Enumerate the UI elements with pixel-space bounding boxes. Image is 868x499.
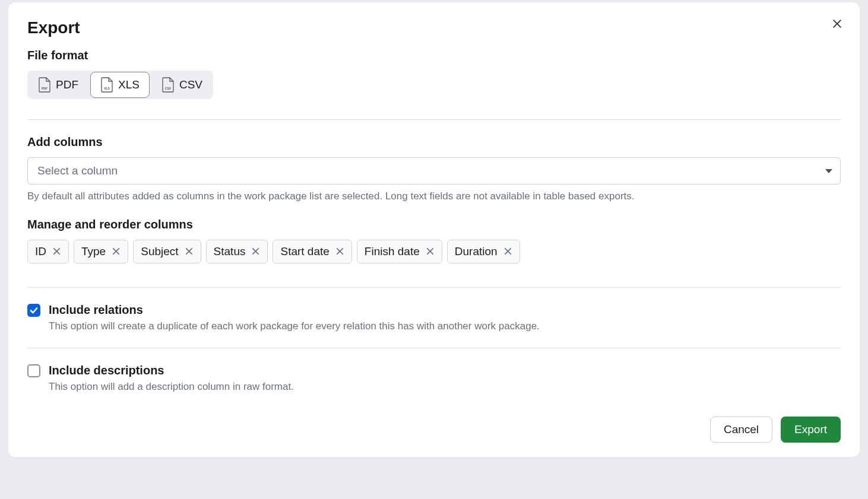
file-icon: PDF bbox=[38, 77, 51, 93]
divider bbox=[27, 119, 841, 120]
column-chip[interactable]: Status bbox=[206, 240, 268, 263]
file-format-section: File format PDF PDF XLS XLS CSV CSV bbox=[27, 49, 841, 119]
checkbox-include_relations[interactable] bbox=[27, 304, 40, 317]
option-text: Include relations This option will creat… bbox=[49, 303, 540, 332]
chip-label: Start date bbox=[280, 245, 329, 258]
format-label: CSV bbox=[179, 78, 202, 91]
chip-label: Duration bbox=[455, 245, 498, 258]
option-title: Include relations bbox=[49, 303, 540, 317]
checkbox-include_descriptions[interactable] bbox=[27, 364, 40, 377]
chip-label: Finish date bbox=[365, 245, 420, 258]
add-columns-help: By default all attributes added as colum… bbox=[27, 190, 841, 202]
column-chip[interactable]: ID bbox=[27, 240, 69, 263]
chip-label: Subject bbox=[141, 245, 178, 258]
column-chips: ID Type Subject Status Start date Finish… bbox=[27, 240, 841, 263]
file-format-segmented: PDF PDF XLS XLS CSV CSV bbox=[27, 71, 213, 99]
format-label: PDF bbox=[56, 78, 78, 91]
column-chip[interactable]: Type bbox=[74, 240, 128, 263]
chip-label: ID bbox=[35, 245, 46, 258]
option-title: Include descriptions bbox=[49, 364, 294, 377]
svg-text:CSV: CSV bbox=[165, 86, 172, 90]
modal-footer: Cancel Export bbox=[27, 417, 841, 443]
format-option-pdf[interactable]: PDF PDF bbox=[27, 71, 89, 99]
file-icon: CSV bbox=[161, 77, 175, 93]
format-option-csv[interactable]: CSV CSV bbox=[151, 71, 213, 99]
close-icon bbox=[831, 18, 843, 30]
option-text: Include descriptions This option will ad… bbox=[49, 364, 294, 393]
column-chip[interactable]: Duration bbox=[447, 240, 520, 263]
option-desc: This option will add a description colum… bbox=[49, 381, 294, 393]
column-select[interactable] bbox=[27, 157, 841, 185]
file-format-label: File format bbox=[27, 49, 841, 62]
svg-text:PDF: PDF bbox=[42, 86, 47, 90]
cancel-button[interactable]: Cancel bbox=[710, 417, 772, 443]
options-section: Include relations This option will creat… bbox=[27, 303, 841, 417]
option-desc: This option will create a duplicate of e… bbox=[49, 320, 540, 332]
chip-label: Status bbox=[214, 245, 246, 258]
chip-label: Type bbox=[81, 245, 106, 258]
option-include_relations: Include relations This option will creat… bbox=[27, 303, 841, 348]
add-columns-label: Add columns bbox=[27, 135, 841, 149]
svg-text:XLS: XLS bbox=[104, 86, 110, 90]
column-chip[interactable]: Subject bbox=[133, 240, 201, 263]
remove-column-button[interactable] bbox=[251, 247, 260, 256]
column-chip[interactable]: Finish date bbox=[357, 240, 442, 263]
column-select-input[interactable] bbox=[27, 157, 841, 185]
modal-header: Export bbox=[27, 18, 841, 38]
remove-column-button[interactable] bbox=[112, 247, 121, 256]
manage-columns-label: Manage and reorder columns bbox=[27, 218, 841, 231]
remove-column-button[interactable] bbox=[335, 247, 344, 256]
format-label: XLS bbox=[118, 78, 140, 91]
remove-column-button[interactable] bbox=[503, 247, 512, 256]
manage-columns-section: Manage and reorder columns ID Type Subje… bbox=[27, 218, 841, 263]
option-include_descriptions: Include descriptions This option will ad… bbox=[27, 364, 841, 408]
remove-column-button[interactable] bbox=[426, 247, 435, 256]
remove-column-button[interactable] bbox=[185, 247, 194, 256]
close-button[interactable] bbox=[829, 15, 845, 34]
file-icon: XLS bbox=[100, 77, 113, 93]
remove-column-button[interactable] bbox=[52, 247, 61, 256]
divider bbox=[27, 348, 841, 348]
modal-title: Export bbox=[27, 18, 80, 38]
export-button[interactable]: Export bbox=[781, 417, 841, 443]
divider bbox=[27, 287, 841, 288]
add-columns-section: Add columns By default all attributes ad… bbox=[27, 135, 841, 202]
export-modal: Export File format PDF PDF XLS XLS CSV C… bbox=[8, 2, 860, 457]
format-option-xls[interactable]: XLS XLS bbox=[90, 72, 150, 98]
column-chip[interactable]: Start date bbox=[273, 240, 351, 263]
